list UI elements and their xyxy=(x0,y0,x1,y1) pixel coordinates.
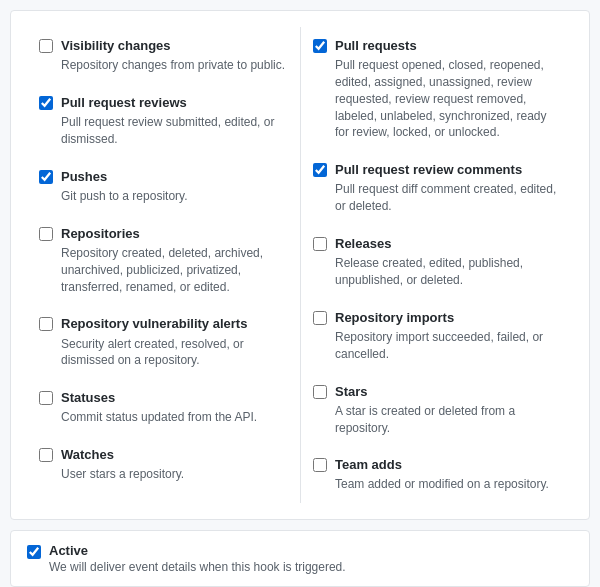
event-title-pull-request-reviews: Pull request reviews xyxy=(61,94,288,112)
event-desc-pull-requests: Pull request opened, closed, reopened, e… xyxy=(335,57,561,141)
event-item-releases: ReleasesRelease created, edited, publish… xyxy=(301,225,573,299)
event-info-watches: WatchesUser stars a repository. xyxy=(61,446,184,483)
active-info: Active We will deliver event details whe… xyxy=(49,543,346,574)
event-item-pull-request-review-comments: Pull request review commentsPull request… xyxy=(301,151,573,225)
event-title-watches: Watches xyxy=(61,446,184,464)
event-desc-repositories: Repository created, deleted, archived, u… xyxy=(61,245,288,295)
left-column: Visibility changesRepository changes fro… xyxy=(27,27,300,503)
checkbox-pull-requests[interactable] xyxy=(313,39,327,53)
event-title-releases: Releases xyxy=(335,235,561,253)
checkbox-pull-request-reviews[interactable] xyxy=(39,96,53,110)
event-item-pushes: PushesGit push to a repository. xyxy=(27,158,300,215)
checkbox-pull-request-review-comments[interactable] xyxy=(313,163,327,177)
event-desc-repository-vulnerability-alerts: Security alert created, resolved, or dis… xyxy=(61,336,288,370)
checkbox-watches[interactable] xyxy=(39,448,53,462)
events-grid: Visibility changesRepository changes fro… xyxy=(27,27,573,503)
event-info-visibility-changes: Visibility changesRepository changes fro… xyxy=(61,37,285,74)
event-desc-visibility-changes: Repository changes from private to publi… xyxy=(61,57,285,74)
checkbox-repository-imports[interactable] xyxy=(313,311,327,325)
active-checkbox[interactable] xyxy=(27,545,41,559)
event-info-team-adds: Team addsTeam added or modified on a rep… xyxy=(335,456,549,493)
event-title-pushes: Pushes xyxy=(61,168,188,186)
event-info-pull-requests: Pull requestsPull request opened, closed… xyxy=(335,37,561,141)
checkbox-visibility-changes[interactable] xyxy=(39,39,53,53)
checkbox-releases[interactable] xyxy=(313,237,327,251)
event-title-team-adds: Team adds xyxy=(335,456,549,474)
event-item-repositories: RepositoriesRepository created, deleted,… xyxy=(27,215,300,306)
events-container: Visibility changesRepository changes fro… xyxy=(10,10,590,520)
event-item-pull-request-reviews: Pull request reviewsPull request review … xyxy=(27,84,300,158)
event-info-pull-request-reviews: Pull request reviewsPull request review … xyxy=(61,94,288,148)
active-section: Active We will deliver event details whe… xyxy=(10,530,590,587)
checkbox-pushes[interactable] xyxy=(39,170,53,184)
event-title-pull-request-review-comments: Pull request review comments xyxy=(335,161,561,179)
event-info-pushes: PushesGit push to a repository. xyxy=(61,168,188,205)
event-item-watches: WatchesUser stars a repository. xyxy=(27,436,300,493)
event-item-repository-vulnerability-alerts: Repository vulnerability alertsSecurity … xyxy=(27,305,300,379)
event-title-repositories: Repositories xyxy=(61,225,288,243)
event-desc-pull-request-reviews: Pull request review submitted, edited, o… xyxy=(61,114,288,148)
event-desc-statuses: Commit status updated from the API. xyxy=(61,409,257,426)
event-desc-stars: A star is created or deleted from a repo… xyxy=(335,403,561,437)
event-desc-pull-request-review-comments: Pull request diff comment created, edite… xyxy=(335,181,561,215)
checkbox-repository-vulnerability-alerts[interactable] xyxy=(39,317,53,331)
checkbox-stars[interactable] xyxy=(313,385,327,399)
event-desc-watches: User stars a repository. xyxy=(61,466,184,483)
event-info-releases: ReleasesRelease created, edited, publish… xyxy=(335,235,561,289)
event-title-repository-imports: Repository imports xyxy=(335,309,561,327)
checkbox-team-adds[interactable] xyxy=(313,458,327,472)
event-desc-releases: Release created, edited, published, unpu… xyxy=(335,255,561,289)
active-description: We will deliver event details when this … xyxy=(49,560,346,574)
event-info-repository-vulnerability-alerts: Repository vulnerability alertsSecurity … xyxy=(61,315,288,369)
event-item-pull-requests: Pull requestsPull request opened, closed… xyxy=(301,27,573,151)
event-info-stars: StarsA star is created or deleted from a… xyxy=(335,383,561,437)
event-info-statuses: StatusesCommit status updated from the A… xyxy=(61,389,257,426)
event-title-pull-requests: Pull requests xyxy=(335,37,561,55)
event-desc-team-adds: Team added or modified on a repository. xyxy=(335,476,549,493)
active-title: Active xyxy=(49,543,346,558)
event-desc-repository-imports: Repository import succeeded, failed, or … xyxy=(335,329,561,363)
event-item-stars: StarsA star is created or deleted from a… xyxy=(301,373,573,447)
event-info-repository-imports: Repository importsRepository import succ… xyxy=(335,309,561,363)
event-title-stars: Stars xyxy=(335,383,561,401)
checkbox-repositories[interactable] xyxy=(39,227,53,241)
event-info-repositories: RepositoriesRepository created, deleted,… xyxy=(61,225,288,296)
checkbox-statuses[interactable] xyxy=(39,391,53,405)
event-title-statuses: Statuses xyxy=(61,389,257,407)
event-item-visibility-changes: Visibility changesRepository changes fro… xyxy=(27,27,300,84)
right-column: Pull requestsPull request opened, closed… xyxy=(300,27,573,503)
event-title-repository-vulnerability-alerts: Repository vulnerability alerts xyxy=(61,315,288,333)
event-desc-pushes: Git push to a repository. xyxy=(61,188,188,205)
event-item-statuses: StatusesCommit status updated from the A… xyxy=(27,379,300,436)
event-info-pull-request-review-comments: Pull request review commentsPull request… xyxy=(335,161,561,215)
event-title-visibility-changes: Visibility changes xyxy=(61,37,285,55)
event-item-team-adds: Team addsTeam added or modified on a rep… xyxy=(301,446,573,503)
event-item-repository-imports: Repository importsRepository import succ… xyxy=(301,299,573,373)
